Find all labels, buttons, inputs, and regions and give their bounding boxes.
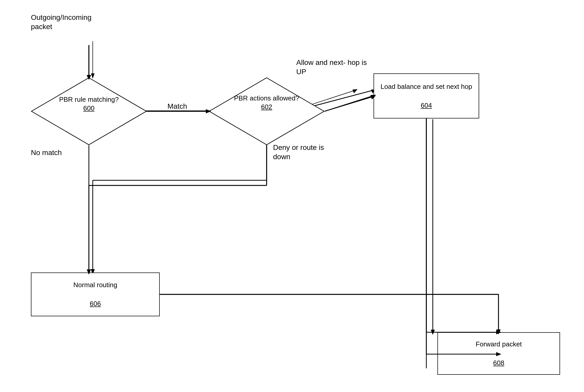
svg-marker-20 [431, 330, 435, 335]
diamond1-text: PBR rule matching? 600 [46, 95, 131, 113]
label-deny-down: Deny or route is down [273, 143, 337, 162]
label-match: Match [167, 102, 187, 111]
box1-load-balance: Load balance and set next hop 604 [374, 73, 479, 118]
flowchart-diagram: Outgoing/Incoming packet PBR rule matchi… [0, 0, 584, 392]
box3-forward-packet: Forward packet 608 [437, 332, 560, 375]
label-allow-up: Allow and next- hop is UP [296, 58, 368, 77]
start-label: Outgoing/Incoming packet [31, 13, 103, 32]
box2-normal-routing: Normal routing 606 [31, 272, 160, 316]
diamond2-text: PBR actions allowed? 602 [223, 94, 310, 112]
label-no-match: No match [31, 148, 62, 157]
diamond2-wrapper: PBR actions allowed? 602 [209, 77, 325, 145]
diamond1-wrapper: PBR rule matching? 600 [31, 77, 147, 145]
